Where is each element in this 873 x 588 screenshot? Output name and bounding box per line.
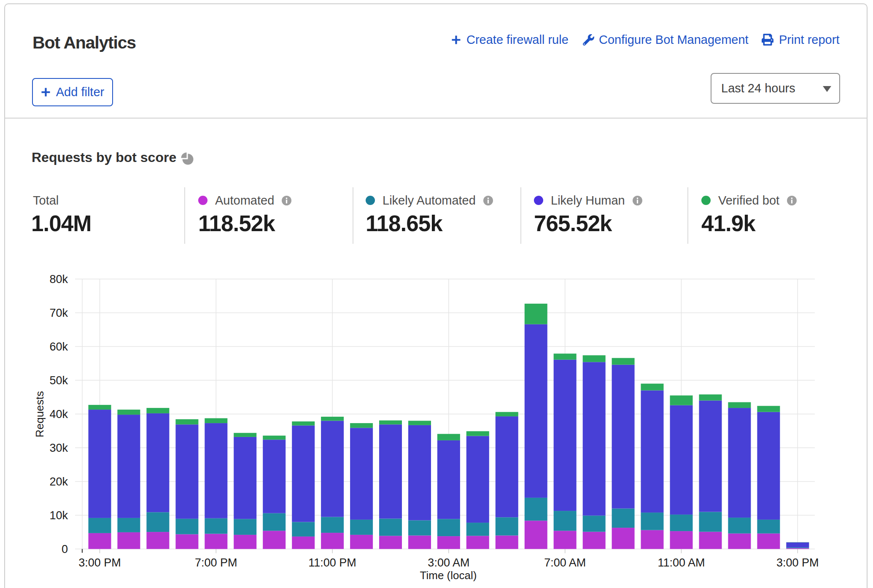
svg-text:3:00 AM: 3:00 AM — [428, 556, 469, 569]
svg-text:7:00 AM: 7:00 AM — [544, 556, 586, 569]
svg-text:Time (local): Time (local) — [420, 569, 477, 582]
svg-text:30k: 30k — [49, 442, 68, 454]
svg-text:10k: 10k — [49, 509, 68, 522]
svg-text:11:00 PM: 11:00 PM — [308, 556, 356, 569]
svg-text:11:00 AM: 11:00 AM — [657, 556, 705, 569]
svg-text:70k: 70k — [49, 307, 68, 319]
svg-text:80k: 80k — [49, 273, 68, 286]
svg-text:50k: 50k — [49, 374, 68, 387]
svg-text:3:00 PM: 3:00 PM — [776, 556, 819, 569]
svg-text:60k: 60k — [49, 340, 68, 353]
svg-text:7:00 PM: 7:00 PM — [195, 556, 237, 569]
svg-text:Requests: Requests — [33, 391, 46, 437]
svg-text:20k: 20k — [49, 475, 68, 488]
svg-text:3:00 PM: 3:00 PM — [78, 556, 121, 569]
svg-text:0: 0 — [62, 543, 68, 556]
svg-text:40k: 40k — [49, 408, 68, 421]
